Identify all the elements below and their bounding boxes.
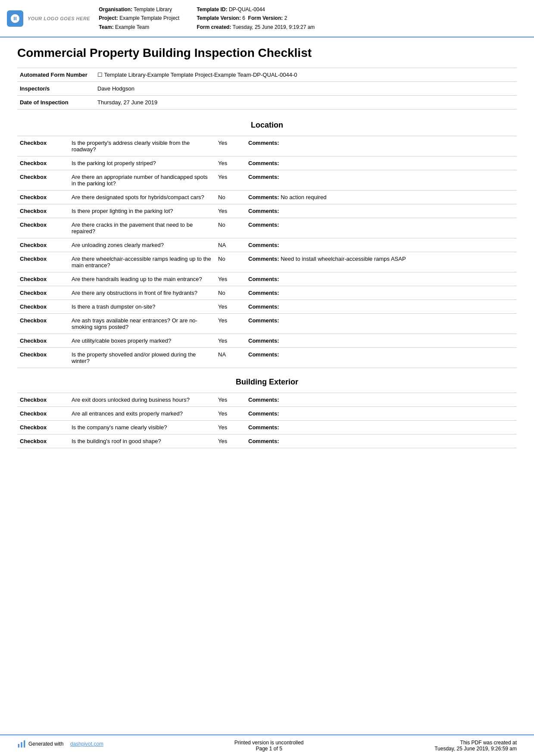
form-version-label: Form Version:	[248, 15, 283, 21]
checkbox-label-0-2: Checkbox	[17, 170, 69, 191]
question-0-10: Is there a trash dumpster on-site?	[69, 300, 215, 314]
question-0-12: Are utility/cable boxes properly marked?	[69, 334, 215, 348]
checklist-row-1-0: Checkbox Are exit doors unlocked during …	[17, 393, 517, 407]
footer-left: Generated with dashpivot.com	[17, 740, 103, 748]
checkbox-label-0-4: Checkbox	[17, 204, 69, 218]
checklist-row-0-2: Checkbox Are there an appropriate number…	[17, 170, 517, 191]
header-meta: Organisation: Template Library Project: …	[99, 5, 524, 31]
question-0-4: Is there proper lighting in the parking …	[69, 204, 215, 218]
comments-label: Comments:	[248, 424, 279, 431]
main-content: Commercial Property Building Inspection …	[0, 37, 534, 734]
checklist-row-0-4: Checkbox Is there proper lighting in the…	[17, 204, 517, 218]
checkbox-label-0-9: Checkbox	[17, 286, 69, 300]
comments-label: Comments:	[248, 290, 279, 296]
checklist-row-0-12: Checkbox Are utility/cable boxes properl…	[17, 334, 517, 348]
question-1-3: Is the building's roof in good shape?	[69, 434, 215, 448]
answer-0-10: Yes	[215, 300, 246, 314]
dashpivot-link[interactable]: dashpivot.com	[70, 741, 103, 747]
answer-0-6: NA	[215, 238, 246, 252]
template-version-value: 6	[242, 15, 245, 21]
answer-0-4: Yes	[215, 204, 246, 218]
checklist-table-1: Checkbox Are exit doors unlocked during …	[17, 393, 517, 448]
checkbox-label-0-11: Checkbox	[17, 314, 69, 334]
info-value-2: Thursday, 27 June 2019	[95, 96, 517, 109]
info-row-1: Inspector/s Dave Hodgson	[17, 82, 517, 96]
question-0-2: Are there an appropriate number of handi…	[69, 170, 215, 191]
checkbox-label-0-8: Checkbox	[17, 272, 69, 286]
comments-cell-1-3: Comments:	[246, 434, 517, 448]
comments-cell-0-1: Comments:	[246, 156, 517, 170]
form-created-line: Form created: Tuesday, 25 June 2019, 9:1…	[197, 23, 315, 31]
footer: Generated with dashpivot.com Printed ver…	[0, 734, 534, 756]
question-0-6: Are unloading zones clearly marked?	[69, 238, 215, 252]
answer-1-1: Yes	[215, 407, 246, 421]
comments-value: No action required	[281, 194, 326, 200]
logo-svg	[10, 13, 20, 24]
version-line: Template Version: 6 Form Version: 2	[197, 14, 315, 22]
comments-label: Comments:	[248, 140, 279, 146]
checklist-row-0-8: Checkbox Are there handrails leading up …	[17, 272, 517, 286]
checkbox-label-0-10: Checkbox	[17, 300, 69, 314]
comments-label: Comments:	[248, 438, 279, 444]
doc-title: Commercial Property Building Inspection …	[17, 46, 517, 60]
checkbox-label-1-1: Checkbox	[17, 407, 69, 421]
checkbox-label-1-0: Checkbox	[17, 393, 69, 407]
checklist-row-0-7: Checkbox Are there wheelchair-accessible…	[17, 252, 517, 272]
checklist-row-1-3: Checkbox Is the building's roof in good …	[17, 434, 517, 448]
answer-1-0: Yes	[215, 393, 246, 407]
comments-label: Comments:	[248, 242, 279, 248]
comments-cell-0-2: Comments:	[246, 170, 517, 191]
comments-cell-1-1: Comments:	[246, 407, 517, 421]
footer-center: Printed version is uncontrolled Page 1 o…	[234, 740, 304, 752]
question-0-7: Are there wheelchair-accessible ramps le…	[69, 252, 215, 272]
info-label-2: Date of Inspection	[17, 96, 95, 109]
org-label: Organisation:	[99, 6, 132, 12]
info-value-0: ☐ Template Library-Example Template Proj…	[95, 68, 517, 82]
question-1-1: Are all entrances and exits properly mar…	[69, 407, 215, 421]
comments-value: Need to install wheelchair-accessible ra…	[281, 256, 406, 262]
answer-0-5: No	[215, 218, 246, 238]
comments-cell-0-12: Comments:	[246, 334, 517, 348]
comments-cell-0-10: Comments:	[246, 300, 517, 314]
comments-cell-0-8: Comments:	[246, 272, 517, 286]
info-row-2: Date of Inspection Thursday, 27 June 201…	[17, 96, 517, 109]
comments-label: Comments:	[248, 194, 279, 200]
question-0-1: Is the parking lot properly striped?	[69, 156, 215, 170]
comments-cell-0-4: Comments:	[246, 204, 517, 218]
comments-label: Comments:	[248, 337, 279, 344]
comments-label: Comments:	[248, 160, 279, 166]
comments-cell-1-0: Comments:	[246, 393, 517, 407]
section-heading-1: Building Exterior	[17, 375, 517, 389]
checkbox-label-0-13: Checkbox	[17, 348, 69, 368]
checklist-row-0-5: Checkbox Are there cracks in the pavemen…	[17, 218, 517, 238]
header: YOUR LOGO GOES HERE Organisation: Templa…	[0, 0, 534, 37]
checklist-row-0-6: Checkbox Are unloading zones clearly mar…	[17, 238, 517, 252]
question-0-3: Are there designated spots for hybrids/c…	[69, 191, 215, 204]
question-0-11: Are ash trays available near entrances? …	[69, 314, 215, 334]
org-line: Organisation: Template Library	[99, 5, 179, 14]
checklist-row-0-3: Checkbox Are there designated spots for …	[17, 191, 517, 204]
form-version-value: 2	[284, 15, 287, 21]
answer-0-9: No	[215, 286, 246, 300]
checkbox-label-1-3: Checkbox	[17, 434, 69, 448]
checklist-row-0-0: Checkbox Is the property's address clear…	[17, 136, 517, 156]
comments-cell-0-11: Comments:	[246, 314, 517, 334]
question-0-13: Is the property shovelled and/or plowed …	[69, 348, 215, 368]
svg-rect-0	[18, 744, 19, 747]
comments-label: Comments:	[248, 208, 279, 214]
answer-0-1: Yes	[215, 156, 246, 170]
comments-cell-0-6: Comments:	[246, 238, 517, 252]
comments-label: Comments:	[248, 410, 279, 417]
logo-icon	[7, 10, 23, 27]
info-row-0: Automated Form Number ☐ Template Library…	[17, 68, 517, 82]
header-right: Template ID: DP-QUAL-0044 Template Versi…	[197, 5, 315, 31]
checklist-row-0-9: Checkbox Are there any obstructions in f…	[17, 286, 517, 300]
question-1-2: Is the company's name clearly visible?	[69, 421, 215, 434]
checkbox-label-0-0: Checkbox	[17, 136, 69, 156]
answer-0-0: Yes	[215, 136, 246, 156]
question-0-5: Are there cracks in the pavement that ne…	[69, 218, 215, 238]
footer-right: This PDF was created at Tuesday, 25 June…	[434, 740, 517, 752]
template-version-label: Template Version:	[197, 15, 240, 21]
template-id-line: Template ID: DP-QUAL-0044	[197, 5, 315, 14]
answer-1-2: Yes	[215, 421, 246, 434]
